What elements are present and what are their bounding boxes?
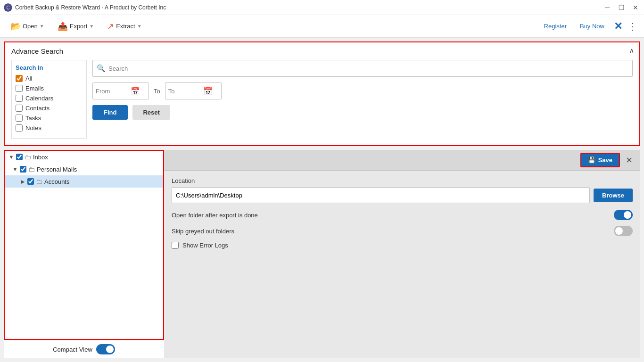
location-label: Location xyxy=(172,177,633,184)
title-bar: C Corbett Backup & Restore Wizard - A Pr… xyxy=(0,0,644,15)
save-button[interactable]: 💾 Save xyxy=(580,153,620,167)
skip-greyed-toggle[interactable] xyxy=(614,226,633,236)
compact-view-knob xyxy=(106,346,114,353)
extract-chevron-icon: ▼ xyxy=(137,24,142,29)
export-group: 📤 Export ▼ xyxy=(53,18,99,34)
bottom-section: ▼ 🗀 Inbox ▼ 🗀 Personal Mails ▶ 🗀 xyxy=(4,150,640,358)
to-calendar-icon[interactable]: 📅 xyxy=(203,87,213,96)
checkbox-notes-row: Notes xyxy=(16,124,83,132)
to-date-field: 📅 xyxy=(165,82,222,99)
tree-item-accounts[interactable]: ▶ 🗀 Accounts xyxy=(5,175,163,188)
compact-view-toggle[interactable] xyxy=(96,344,115,354)
search-in-panel: Search In All Emails Calendars Contacts xyxy=(11,60,87,139)
from-calendar-icon[interactable]: 📅 xyxy=(131,87,140,96)
date-row: 📅 To 📅 xyxy=(92,82,633,99)
buy-now-button[interactable]: Buy Now xyxy=(576,21,608,32)
checkbox-all-row: All xyxy=(16,75,83,82)
to-date-input[interactable] xyxy=(168,88,201,95)
window-controls: ─ ❐ ✕ xyxy=(603,3,640,12)
window-close-button[interactable]: ✕ xyxy=(631,3,640,12)
save-label: Save xyxy=(598,156,612,164)
export-panel: 💾 Save ✕ Location Browse Open folder aft… xyxy=(164,150,640,358)
personal-mails-checkbox[interactable] xyxy=(20,166,26,173)
checkbox-calendars-row: Calendars xyxy=(16,95,83,102)
tree-item-personal-mails[interactable]: ▼ 🗀 Personal Mails xyxy=(5,163,163,175)
from-date-input[interactable] xyxy=(96,88,129,95)
advanced-search-title: Advance Search xyxy=(11,47,633,55)
skip-greyed-label: Skip greyed out folders xyxy=(172,228,609,235)
search-input[interactable] xyxy=(108,65,628,72)
export-close-button[interactable]: ✕ xyxy=(623,153,636,167)
checkbox-contacts[interactable] xyxy=(16,105,23,112)
search-in-label: Search In xyxy=(16,64,83,71)
checkbox-notes[interactable] xyxy=(16,124,23,132)
open-button[interactable]: 📂 Open ▼ xyxy=(6,18,49,34)
checkbox-emails[interactable] xyxy=(16,85,23,92)
date-separator: To xyxy=(154,88,160,95)
app-icon: C xyxy=(4,3,12,12)
tree-panel: ▼ 🗀 Inbox ▼ 🗀 Personal Mails ▶ 🗀 xyxy=(4,150,164,340)
checkbox-all-label: All xyxy=(25,75,32,82)
browse-button[interactable]: Browse xyxy=(594,189,633,202)
checkbox-calendars-label: Calendars xyxy=(25,95,53,102)
search-body: Search In All Emails Calendars Contacts xyxy=(11,60,633,139)
compact-view-bar: Compact View xyxy=(4,340,164,358)
open-folder-toggle[interactable] xyxy=(614,210,633,220)
checkbox-tasks[interactable] xyxy=(16,115,23,122)
reset-button[interactable]: Reset xyxy=(132,105,170,120)
save-icon: 💾 xyxy=(588,156,595,164)
search-right: 🔍 📅 To 📅 Find Reset xyxy=(92,60,633,139)
inbox-checkbox[interactable] xyxy=(16,154,23,160)
open-group: 📂 Open ▼ xyxy=(6,18,49,34)
personal-mails-label: Personal Mails xyxy=(37,166,77,173)
compact-view-label: Compact View xyxy=(53,346,92,353)
register-button[interactable]: Register xyxy=(540,21,570,32)
find-button[interactable]: Find xyxy=(92,105,128,120)
show-error-checkbox[interactable] xyxy=(172,242,179,249)
accounts-folder-icon: 🗀 xyxy=(36,178,42,185)
maximize-button[interactable]: ❐ xyxy=(617,3,626,12)
personal-mails-arrow-icon: ▼ xyxy=(12,166,18,172)
toolbar-close-button[interactable]: ✕ xyxy=(614,20,622,33)
location-input[interactable] xyxy=(172,187,590,203)
open-chevron-icon: ▼ xyxy=(40,24,44,29)
open-folder-knob xyxy=(624,211,631,219)
main-toolbar: 📂 Open ▼ 📤 Export ▼ ↗ Extract ▼ Register… xyxy=(0,15,644,38)
checkbox-calendars[interactable] xyxy=(16,95,23,102)
checkbox-tasks-row: Tasks xyxy=(16,115,83,122)
main-content: Advance Search ∧ Search In All Emails Ca… xyxy=(0,38,644,362)
open-icon: 📂 xyxy=(10,21,21,32)
toolbar-more-button[interactable]: ⋮ xyxy=(628,21,638,32)
location-row: Browse xyxy=(172,187,633,203)
export-content: Location Browse Open folder after export… xyxy=(164,171,640,255)
inbox-folder-icon: 🗀 xyxy=(25,153,31,161)
checkbox-all[interactable] xyxy=(16,75,23,82)
minimize-button[interactable]: ─ xyxy=(603,3,612,12)
advanced-search-panel: Advance Search ∧ Search In All Emails Ca… xyxy=(4,41,640,146)
tree-item-inbox[interactable]: ▼ 🗀 Inbox xyxy=(5,151,163,163)
accounts-label: Accounts xyxy=(44,178,69,185)
accounts-checkbox[interactable] xyxy=(27,178,34,185)
checkbox-tasks-label: Tasks xyxy=(25,115,41,122)
svg-text:C: C xyxy=(6,5,9,10)
skip-greyed-row: Skip greyed out folders xyxy=(172,226,633,236)
collapse-button[interactable]: ∧ xyxy=(629,46,635,55)
extract-button[interactable]: ↗ Extract ▼ xyxy=(102,18,146,34)
export-label: Export xyxy=(70,23,88,30)
checkbox-notes-label: Notes xyxy=(25,124,41,132)
export-icon: 📤 xyxy=(58,21,68,32)
search-buttons: Find Reset xyxy=(92,105,633,120)
accounts-arrow-icon: ▶ xyxy=(20,179,25,185)
inbox-arrow-icon: ▼ xyxy=(8,154,14,160)
show-error-row: Show Error Logs xyxy=(172,242,633,249)
inbox-label: Inbox xyxy=(33,154,48,161)
export-toolbar: 💾 Save ✕ xyxy=(164,150,640,171)
checkbox-contacts-label: Contacts xyxy=(25,105,50,112)
extract-group: ↗ Extract ▼ xyxy=(102,18,146,34)
skip-greyed-knob xyxy=(615,227,623,235)
checkbox-emails-row: Emails xyxy=(16,85,83,92)
export-button[interactable]: 📤 Export ▼ xyxy=(53,18,99,34)
toolbar-right: Register Buy Now ✕ ⋮ xyxy=(540,20,638,33)
checkbox-contacts-row: Contacts xyxy=(16,105,83,112)
from-date-field: 📅 xyxy=(92,82,149,99)
